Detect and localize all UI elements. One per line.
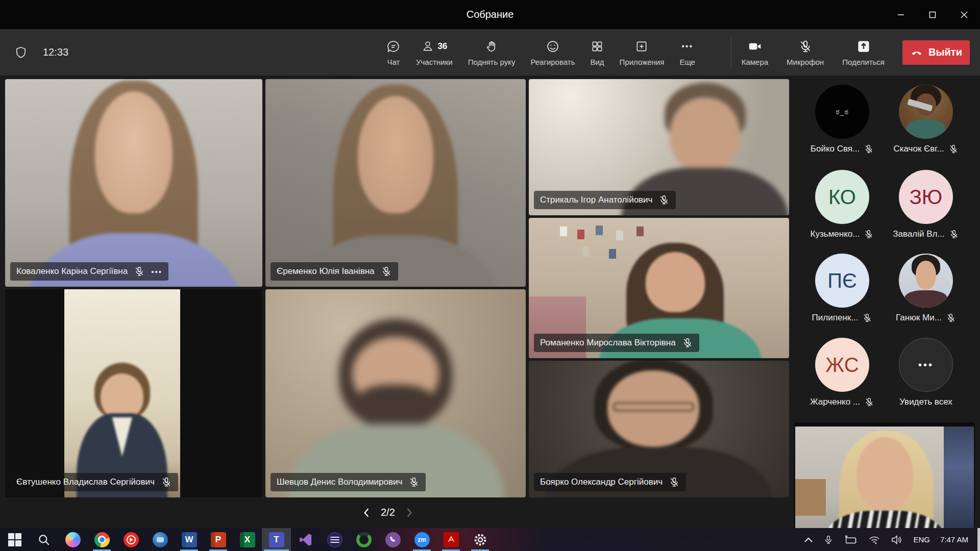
previous-page-button[interactable]: [362, 508, 371, 518]
participant-name: Ганюк Ми...: [896, 313, 942, 323]
participant-name: Боярко Олександр Сергійович: [540, 477, 663, 487]
taskbar-apps: W P X T zm: [0, 528, 495, 551]
more-label: Еще: [679, 58, 695, 66]
teams-icon: T: [269, 532, 284, 547]
see-everyone-icon[interactable]: •••: [899, 338, 953, 392]
participant-cell-boyko[interactable]: ಠ_ಠ Бойко Свя...: [800, 85, 884, 154]
participants-button[interactable]: 36 Участники: [408, 29, 460, 76]
blue-app-icon: [153, 532, 168, 547]
participant-video: [265, 79, 526, 287]
participant-cell-kuzmenko[interactable]: КО Кузьменко...: [800, 170, 884, 239]
start-button[interactable]: [0, 528, 29, 551]
meeting-timer: 12:33: [43, 46, 68, 58]
chat-button[interactable]: Чат: [379, 29, 408, 76]
language-indicator[interactable]: ENG: [913, 535, 930, 544]
participant-video: [5, 79, 262, 287]
taskbar-visual-studio[interactable]: [291, 528, 320, 551]
view-button[interactable]: Вид: [582, 29, 611, 76]
video-tile-kovalenko[interactable]: Коваленко Каріна Сергіївна •••: [5, 79, 262, 287]
view-grid-icon: [591, 39, 604, 54]
tray-volume-icon[interactable]: [891, 535, 903, 545]
taskbar-youtube-music[interactable]: [116, 528, 145, 551]
participant-name: Шевцов Денис Володимирович: [277, 477, 402, 487]
apps-label: Приложения: [620, 58, 665, 66]
participant-name-tag: Шевцов Денис Володимирович: [271, 473, 426, 491]
video-tile-strykal[interactable]: Стрикаль Ігор Анатолійович: [529, 79, 789, 215]
participant-cell-zharchenko[interactable]: ЖС Жарченко ...: [800, 338, 884, 407]
copilot-icon: [65, 532, 81, 547]
chrome-icon: [94, 532, 110, 547]
taskbar-settings[interactable]: [465, 528, 495, 551]
taskbar-copilot[interactable]: [58, 528, 87, 551]
taskbar-acrobat[interactable]: [436, 528, 465, 551]
leave-button[interactable]: Выйти: [902, 40, 970, 65]
share-button[interactable]: Поделиться: [835, 39, 892, 66]
camera-button[interactable]: Камера: [734, 39, 776, 66]
close-button[interactable]: [948, 0, 980, 29]
search-icon: [37, 533, 51, 546]
mic-muted-icon: [408, 477, 420, 488]
participants-icon: [421, 39, 434, 54]
taskbar-word[interactable]: W: [175, 528, 204, 551]
participant-name: Єременко Юлія Іванівна: [277, 266, 375, 277]
video-tile-shevtsov[interactable]: Шевцов Денис Володимирович: [265, 289, 526, 497]
apps-button[interactable]: Приложения: [612, 29, 672, 76]
mic-muted-icon: [381, 266, 392, 277]
taskbar-excel[interactable]: X: [233, 528, 262, 551]
participant-name: Стрикаль Ігор Анатолійович: [540, 195, 652, 205]
show-desktop-button[interactable]: [977, 528, 980, 551]
mic-muted-icon: [862, 313, 872, 323]
participant-name: Коваленко Каріна Сергіївна: [16, 266, 128, 277]
taskbar-zoom[interactable]: zm: [407, 528, 436, 551]
participant-cell-skachok[interactable]: Скачок Євг...: [884, 85, 968, 154]
youtube-music-icon: [124, 532, 139, 547]
search-button[interactable]: [29, 528, 58, 551]
participant-cell-hanyuk[interactable]: Ганюк Ми...: [884, 254, 968, 323]
shield-icon: [14, 45, 28, 60]
more-ellipsis-icon: •••: [681, 39, 693, 54]
participant-cell-pylypenko[interactable]: ПЄ Пилипенк...: [800, 254, 884, 323]
mic-muted-icon: [864, 229, 874, 239]
tray-microphone-icon[interactable]: [823, 534, 834, 546]
maximize-button[interactable]: [917, 0, 948, 29]
more-button[interactable]: ••• Еще: [672, 29, 703, 76]
minimize-button[interactable]: [885, 0, 917, 29]
video-tile-romanenko[interactable]: Романенко Мирослава Вікторівна: [529, 218, 789, 358]
avatar-initials: ЖС: [815, 338, 869, 392]
participant-name: Скачок Євг...: [893, 144, 944, 154]
eclipse-icon: [327, 532, 342, 547]
windows-taskbar: W P X T zm: [0, 528, 980, 551]
participant-cell-zavaliy[interactable]: ЗЮ Завалій Вл...: [884, 170, 968, 239]
taskbar-teams-active[interactable]: T: [262, 528, 291, 551]
toolbar-divider: [731, 37, 731, 68]
taskbar-chrome[interactable]: [87, 528, 116, 551]
self-video: [795, 427, 974, 528]
raise-hand-button[interactable]: Поднять руку: [460, 29, 523, 76]
tray-battery-icon[interactable]: [844, 535, 858, 545]
see-everyone-cell[interactable]: ••• Увидеть всех: [884, 338, 968, 407]
tile-more-options-icon[interactable]: •••: [151, 267, 162, 276]
acrobat-icon: [444, 532, 459, 547]
react-button[interactable]: Реагировать: [523, 29, 582, 76]
taskbar-blue-app[interactable]: [145, 528, 175, 551]
video-tile-yevtushenko[interactable]: Євтушенко Владислав Сергійович: [5, 289, 262, 497]
self-view-video[interactable]: [794, 422, 975, 528]
system-clock[interactable]: 7:47 AM: [940, 535, 968, 544]
taskbar-eclipse[interactable]: [320, 528, 349, 551]
viber-icon: [385, 532, 401, 547]
taskbar-green-ring-app[interactable]: [349, 528, 378, 551]
tray-chevron-up-icon[interactable]: [804, 536, 813, 543]
title-bar: Собрание: [0, 0, 980, 29]
video-tile-boyarko[interactable]: Боярко Олександр Сергійович: [529, 361, 789, 497]
taskbar-powerpoint[interactable]: P: [204, 528, 233, 551]
video-tile-yeremenko[interactable]: Єременко Юлія Іванівна: [265, 79, 526, 287]
microphone-button[interactable]: Микрофон: [779, 39, 831, 66]
excel-icon: X: [240, 532, 255, 547]
taskbar-viber[interactable]: [378, 528, 407, 551]
next-page-button[interactable]: [405, 508, 413, 518]
initials-text: ЗЮ: [910, 186, 943, 209]
hang-up-icon: [910, 46, 923, 59]
tray-wifi-icon[interactable]: [868, 535, 880, 545]
minimize-icon: [897, 11, 904, 18]
participant-name: Романенко Мирослава Вікторівна: [540, 338, 676, 348]
